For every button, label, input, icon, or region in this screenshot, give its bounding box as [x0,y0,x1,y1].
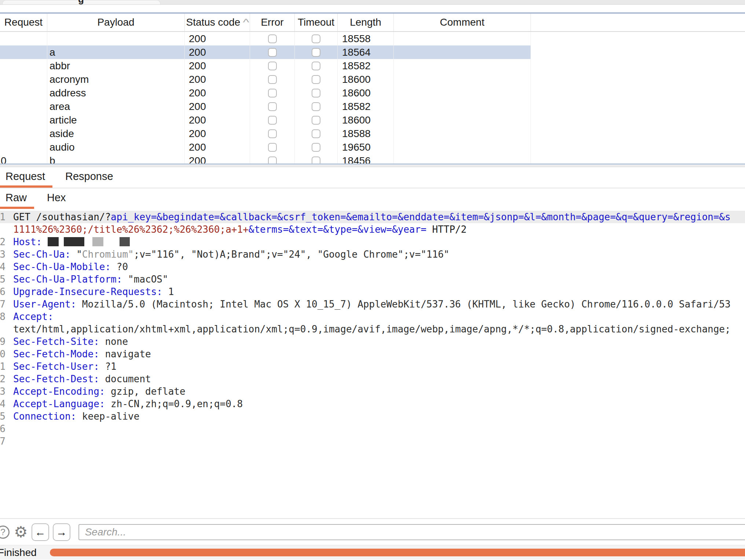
line-number: 12 [0,373,5,385]
cell-err [250,100,295,113]
cell-com [394,140,531,154]
timeout-checkbox[interactable] [312,34,320,43]
previous-match-button[interactable]: ← [32,523,49,541]
cell-status: 200 [185,113,250,127]
cell-status: 200 [185,45,250,59]
cell-com [394,127,531,140]
cell-len: 18582 [338,59,394,73]
table-row[interactable]: 20018558 [0,32,745,45]
cell-len: 18600 [338,73,394,86]
cell-pay: b [47,154,185,163]
request-editor[interactable]: 1GET /southasian/?api_key=&begindate=&ca… [0,211,745,518]
request-line: 3Sec-Ch-Ua: "Chromium";v="116", "Not)A;B… [0,248,745,261]
column-header-payload[interactable]: Payload [47,14,185,31]
request-line: 16 [0,423,745,435]
error-checkbox[interactable] [268,129,277,138]
column-header-request[interactable]: Request [0,14,47,31]
search-input[interactable] [78,524,745,540]
cell-err [250,113,295,127]
column-header-status-code[interactable]: Status code ^ [185,14,250,31]
cell-time [295,45,338,59]
cell-com [394,86,531,100]
table-row[interactable]: abbr20018582 [0,59,745,73]
timeout-checkbox[interactable] [312,89,320,97]
line-number: 6 [0,285,5,298]
cell-fill [531,127,745,140]
cell-err [250,140,295,154]
cell-pay [47,32,185,45]
tab-raw[interactable]: Raw [5,192,27,209]
panel-splitter[interactable] [0,163,745,167]
cell-req [0,32,47,45]
tab-response[interactable]: Response [65,170,113,188]
error-checkbox[interactable] [268,156,277,164]
timeout-checkbox[interactable] [312,102,320,111]
cell-err [250,86,295,100]
timeout-checkbox[interactable] [312,75,320,84]
cell-fill [531,86,745,100]
line-number: 1 [0,211,5,223]
cell-status: 200 [185,86,250,100]
table-row[interactable]: area20018582 [0,100,745,113]
error-checkbox[interactable] [268,143,277,152]
cell-time [295,127,338,140]
gear-icon[interactable]: ⚙ [14,524,28,540]
request-line: 17 [0,435,745,447]
cell-err [250,32,295,45]
timeout-checkbox[interactable] [312,62,320,70]
progress-bar [50,549,745,556]
cell-time [295,59,338,73]
timeout-checkbox[interactable] [312,48,320,57]
cell-len: 18582 [338,100,394,113]
cell-time [295,86,338,100]
cell-len: 19650 [338,140,394,154]
tab-hex[interactable]: Hex [47,192,66,209]
column-header-error[interactable]: Error [250,14,295,31]
error-checkbox[interactable] [268,116,277,125]
error-checkbox[interactable] [268,34,277,43]
line-number: 14 [0,398,5,410]
cell-pay: area [47,100,185,113]
table-row[interactable]: article20018600 [0,113,745,127]
error-checkbox[interactable] [268,75,277,84]
cell-pay: audio [47,140,185,154]
cell-com [394,100,531,113]
table-row[interactable]: aside20018588 [0,127,745,140]
editor-toolbar: ? ⚙ ← → [0,519,745,545]
timeout-checkbox[interactable] [312,156,320,164]
tab-request[interactable]: Request [5,170,45,188]
line-number: 2 [0,236,5,248]
error-checkbox[interactable] [268,62,277,70]
table-row[interactable]: audio20019650 [0,140,745,154]
cell-req [0,86,47,100]
sort-ascending-icon: ^ [243,17,249,28]
next-match-button[interactable]: → [53,523,70,541]
timeout-checkbox[interactable] [312,129,320,138]
timeout-checkbox[interactable] [312,143,320,152]
timeout-checkbox[interactable] [312,116,320,125]
table-row[interactable]: 0b20018456 [0,154,745,163]
table-row[interactable]: acronym20018600 [0,73,745,86]
cell-len: 18564 [338,45,394,59]
cell-time [295,73,338,86]
table-row[interactable]: address20018600 [0,86,745,100]
request-line: 6Upgrade-Insecure-Requests: 1 [0,285,745,298]
table-row[interactable]: a20018564 [0,45,745,59]
cell-com [394,154,531,163]
help-icon[interactable]: ? [0,526,10,539]
column-header-timeout[interactable]: Timeout [295,14,338,31]
window-tab[interactable]: g [2,0,161,5]
cell-err [250,73,295,86]
cell-status: 200 [185,140,250,154]
right-arrow-icon: → [56,526,67,538]
cell-com [394,59,531,73]
error-checkbox[interactable] [268,48,277,57]
column-header-comment[interactable]: Comment [394,14,531,31]
intruder-results-table: Request Payload Status code ^ Error Time… [0,5,745,163]
request-line: 15Connection: keep-alive [0,410,745,423]
column-header-length[interactable]: Length [338,14,394,31]
error-checkbox[interactable] [268,89,277,97]
line-number: 11 [0,360,5,373]
error-checkbox[interactable] [268,102,277,111]
cell-pay: a [47,45,185,59]
